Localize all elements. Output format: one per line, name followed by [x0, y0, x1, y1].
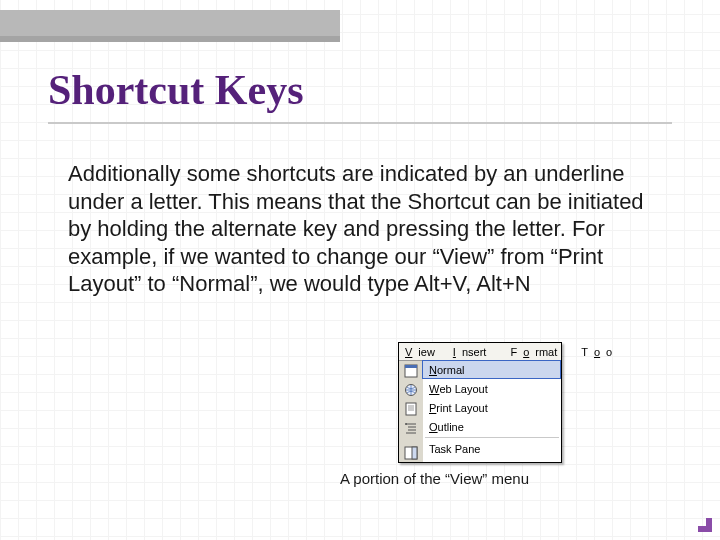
menu-item-print-layout[interactable]: Print Layout [423, 398, 561, 417]
web-layout-icon [403, 382, 419, 398]
menubar-item-tools[interactable]: Too [569, 346, 624, 358]
slide-title: Shortcut Keys [48, 66, 304, 114]
corner-accent-icon [698, 518, 712, 532]
title-underline [48, 122, 672, 124]
menu-item-normal[interactable]: Normal [422, 360, 561, 379]
slide-body-text: Additionally some shortcuts are indicate… [68, 160, 658, 298]
menu-item-task-pane[interactable]: Task Pane [423, 439, 561, 458]
decorative-header-bar [0, 10, 340, 42]
task-pane-icon [403, 445, 419, 461]
svg-rect-1 [405, 365, 417, 368]
view-menu-screenshot: View Insert Format Too Normal Web [398, 342, 562, 463]
menu-icon-strip [399, 361, 423, 462]
menu-item-outline[interactable]: Outline [423, 417, 561, 436]
menubar-item-view[interactable]: View [399, 346, 447, 358]
figure-caption: A portion of the “View” menu [340, 470, 529, 487]
normal-view-icon [403, 363, 419, 379]
print-layout-icon [403, 401, 419, 417]
menubar-item-format[interactable]: Format [498, 346, 569, 358]
outline-icon [403, 420, 419, 436]
svg-rect-13 [412, 447, 417, 459]
menubar: View Insert Format Too [399, 343, 561, 361]
svg-rect-3 [406, 403, 416, 415]
menubar-item-insert[interactable]: Insert [447, 346, 499, 358]
menu-divider [425, 437, 559, 438]
svg-point-11 [405, 423, 407, 425]
menu-item-web-layout[interactable]: Web Layout [423, 379, 561, 398]
